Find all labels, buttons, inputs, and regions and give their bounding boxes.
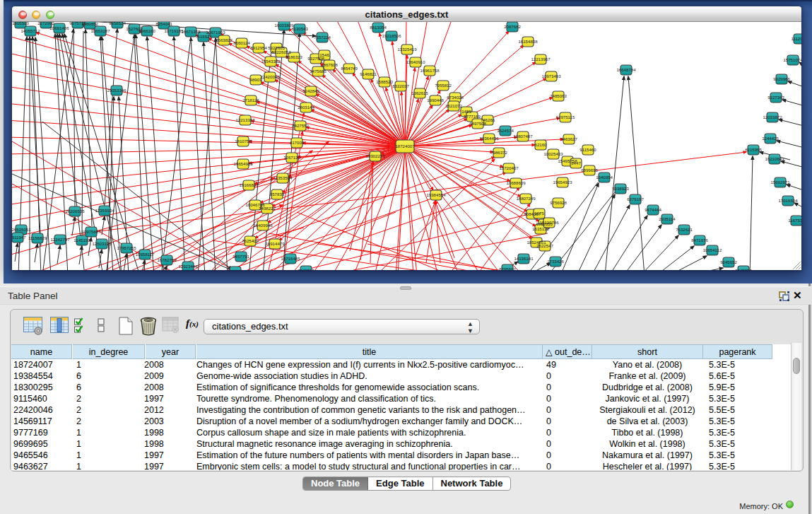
svg-text:16409948: 16409948 <box>253 223 273 228</box>
svg-text:15692971: 15692971 <box>770 180 790 185</box>
svg-text:9756928: 9756928 <box>550 200 567 205</box>
svg-text:13640910: 13640910 <box>406 59 425 64</box>
svg-text:8186323: 8186323 <box>286 54 302 59</box>
svg-text:16671355: 16671355 <box>181 29 201 34</box>
svg-text:17957255: 17957255 <box>117 245 136 250</box>
svg-text:1805503: 1805503 <box>12 22 29 25</box>
svg-text:2867608: 2867608 <box>321 62 338 67</box>
svg-text:14055712: 14055712 <box>20 28 40 33</box>
svg-text:1640954: 1640954 <box>596 175 613 180</box>
svg-text:20364436: 20364436 <box>479 136 499 141</box>
svg-text:8795602: 8795602 <box>499 267 516 270</box>
svg-text:19384554: 19384554 <box>426 192 446 197</box>
svg-text:12242757: 12242757 <box>50 237 70 242</box>
svg-text:9358524: 9358524 <box>109 22 126 25</box>
svg-text:62160: 62160 <box>535 142 548 147</box>
svg-text:12503135: 12503135 <box>92 241 112 246</box>
svg-text:10688609: 10688609 <box>506 180 526 185</box>
svg-text:2522547: 2522547 <box>536 243 553 248</box>
svg-text:2803144: 2803144 <box>298 105 314 110</box>
svg-text:8215955: 8215955 <box>745 147 762 152</box>
svg-text:8130543: 8130543 <box>291 26 308 31</box>
svg-text:22420046: 22420046 <box>260 74 280 79</box>
svg-text:10025433: 10025433 <box>543 151 563 156</box>
svg-text:11156829: 11156829 <box>28 235 47 240</box>
svg-text:12923446: 12923446 <box>178 264 198 269</box>
svg-text:7955812: 7955812 <box>435 83 452 88</box>
svg-text:1675: 1675 <box>534 211 544 216</box>
svg-text:16648784: 16648784 <box>616 67 636 72</box>
svg-text:12975115: 12975115 <box>556 115 575 119</box>
svg-text:20691406: 20691406 <box>49 25 69 30</box>
svg-text:7663822: 7663822 <box>216 37 233 42</box>
svg-text:3267130: 3267130 <box>283 155 300 160</box>
svg-text:2718126: 2718126 <box>242 98 259 103</box>
svg-text:10807487: 10807487 <box>513 134 533 139</box>
svg-text:12213383: 12213383 <box>235 117 255 122</box>
svg-text:9245652: 9245652 <box>720 259 737 264</box>
svg-text:9146821: 9146821 <box>360 71 377 76</box>
svg-text:1621072: 1621072 <box>445 103 462 108</box>
svg-text:6966160: 6966160 <box>139 28 155 33</box>
svg-text:10975887: 10975887 <box>81 229 101 234</box>
svg-text:26206535: 26206535 <box>65 209 85 214</box>
svg-text:8322037: 8322037 <box>392 83 409 88</box>
svg-text:11353594: 11353594 <box>273 175 293 180</box>
svg-text:1615132: 1615132 <box>532 226 549 231</box>
svg-text:15751074: 15751074 <box>783 57 801 62</box>
svg-text:8354041: 8354041 <box>155 22 172 26</box>
svg-text:8427552: 8427552 <box>292 123 309 128</box>
svg-text:8454749: 8454749 <box>341 66 358 71</box>
svg-text:9463627: 9463627 <box>560 136 577 141</box>
svg-text:26535051: 26535051 <box>12 227 31 232</box>
svg-text:16120746: 16120746 <box>539 220 559 225</box>
svg-text:6899695: 6899695 <box>581 168 598 173</box>
svg-text:10671903: 10671903 <box>206 30 225 35</box>
svg-text:5938923: 5938923 <box>612 186 629 191</box>
svg-text:8447: 8447 <box>571 160 581 165</box>
svg-text:1990448: 1990448 <box>427 98 444 103</box>
svg-text:8660124: 8660124 <box>233 40 250 45</box>
svg-text:9457791: 9457791 <box>233 254 249 259</box>
svg-text:7986372: 7986372 <box>490 150 507 155</box>
svg-text:19166827: 19166827 <box>239 182 259 187</box>
svg-text:7485063: 7485063 <box>550 93 567 98</box>
svg-text:10958117: 10958117 <box>136 252 155 257</box>
svg-text:18807249: 18807249 <box>516 196 536 201</box>
svg-text:9245092: 9245092 <box>735 268 752 270</box>
svg-text:9115460: 9115460 <box>579 147 596 152</box>
svg-text:17016504: 17016504 <box>778 198 798 203</box>
svg-text:7632621: 7632621 <box>676 227 693 232</box>
svg-text:16543382: 16543382 <box>261 59 281 64</box>
svg-text:9204502: 9204502 <box>227 269 244 270</box>
svg-text:9777169: 9777169 <box>464 114 481 119</box>
svg-text:3624574: 3624574 <box>497 128 514 133</box>
svg-text:7242519: 7242519 <box>298 268 314 270</box>
svg-text:9242843: 9242843 <box>302 88 319 93</box>
svg-text:1167533: 1167533 <box>788 218 801 223</box>
svg-text:3911947: 3911947 <box>12 235 26 240</box>
svg-text:16914479: 16914479 <box>265 241 285 246</box>
svg-text:18724007: 18724007 <box>395 144 415 148</box>
svg-text:9227343: 9227343 <box>767 95 784 100</box>
svg-text:1733426: 1733426 <box>547 259 564 264</box>
svg-text:12213967: 12213967 <box>531 57 551 62</box>
svg-text:1244415: 1244415 <box>762 136 779 141</box>
svg-text:7515521: 7515521 <box>195 34 212 39</box>
svg-text:6734028: 6734028 <box>447 95 464 100</box>
svg-text:9474444: 9474444 <box>645 207 661 212</box>
svg-text:1145193: 1145193 <box>73 238 90 243</box>
svg-text:10654112: 10654112 <box>703 247 722 252</box>
svg-text:6379197: 6379197 <box>627 197 644 201</box>
svg-text:13325419: 13325419 <box>397 47 417 52</box>
svg-text:2935114: 2935114 <box>659 216 676 221</box>
svg-text:1362615: 1362615 <box>411 90 428 95</box>
svg-text:2087682: 2087682 <box>504 24 521 29</box>
svg-text:17359934: 17359934 <box>95 208 114 213</box>
svg-text:8912954: 8912954 <box>250 45 267 50</box>
svg-text:9329966: 9329966 <box>773 76 790 81</box>
svg-text:1112043: 1112043 <box>792 36 801 41</box>
svg-text:19654985: 19654985 <box>233 161 253 166</box>
svg-text:8813054: 8813054 <box>370 25 387 30</box>
svg-text:15716485: 15716485 <box>281 256 300 261</box>
